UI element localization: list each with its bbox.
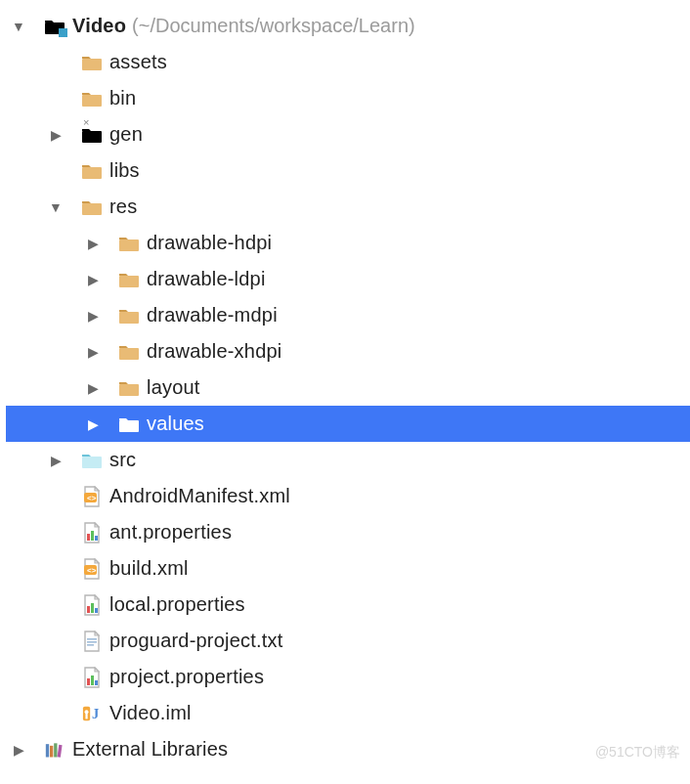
libraries-icon (43, 739, 66, 761)
folder-tan-badge-icon (43, 16, 66, 37)
tree-row[interactable]: ▶ drawable-xhdpi (6, 333, 690, 370)
folder-tan-icon (117, 341, 141, 363)
svg-rect-25 (87, 644, 94, 646)
tree-item-label: assets (109, 51, 167, 73)
folder-tan-icon (80, 160, 104, 182)
tree-row[interactable]: assets (6, 44, 690, 80)
disclosure-right-icon[interactable]: ▶ (84, 272, 102, 287)
tree-item-label: src (109, 449, 136, 471)
tree-item-label: drawable-mdpi (147, 304, 278, 327)
tree-row[interactable]: ▶ External Libraries (6, 731, 690, 767)
tree-row[interactable]: <> AndroidManifest.xml (6, 478, 690, 514)
svg-rect-10 (119, 384, 139, 396)
svg-text:J: J (92, 706, 99, 721)
tree-item-label: proguard-project.txt (109, 630, 282, 652)
svg-text:<>: <> (87, 565, 97, 574)
disclosure-right-icon[interactable]: ▶ (84, 308, 102, 324)
svg-rect-8 (119, 312, 139, 324)
tree-row[interactable]: bin (6, 80, 690, 116)
tree-row[interactable]: ▶ layout (6, 370, 690, 406)
file-props-icon (80, 522, 104, 544)
tree-item-label: bin (109, 87, 136, 109)
tree-row[interactable]: J Video.iml (6, 695, 690, 731)
tree-row[interactable]: proguard-project.txt (6, 623, 690, 659)
svg-rect-23 (87, 638, 97, 640)
tree-item-label: local.properties (109, 593, 245, 616)
tree-item-label: drawable-ldpi (147, 268, 266, 290)
svg-rect-3 (82, 131, 102, 143)
svg-rect-27 (91, 675, 94, 685)
folder-cyan-x-icon: × (80, 124, 104, 146)
svg-text:<>: <> (87, 493, 97, 501)
tree-row[interactable]: ▶ drawable-mdpi (6, 297, 690, 333)
tree-row[interactable]: project.properties (6, 659, 690, 695)
tree-row[interactable]: ▶ drawable-ldpi (6, 261, 690, 297)
svg-rect-1 (82, 59, 102, 70)
svg-rect-6 (119, 240, 139, 251)
project-tree: ▼ Video(~/Documents/workspace/Learn) ass… (6, 8, 690, 767)
svg-rect-28 (95, 680, 98, 685)
tree-item-label: values (147, 413, 204, 435)
svg-rect-15 (87, 534, 90, 541)
svg-rect-34 (50, 745, 53, 757)
tree-item-label: res (109, 196, 137, 218)
tree-row[interactable]: ▼ Video(~/Documents/workspace/Learn) (6, 8, 690, 44)
tree-item-label: Video (72, 15, 126, 37)
file-txt-icon (80, 631, 104, 652)
folder-tan-icon (80, 52, 104, 73)
tree-row[interactable]: ▶ src (6, 442, 690, 478)
svg-rect-9 (119, 348, 139, 360)
svg-rect-2 (82, 95, 102, 107)
svg-rect-20 (87, 606, 90, 613)
svg-rect-17 (95, 536, 98, 541)
disclosure-right-icon[interactable]: ▶ (84, 380, 102, 396)
tree-item-label: drawable-xhdpi (147, 340, 281, 363)
file-iml-icon: J (80, 703, 104, 724)
tree-item-label: build.xml (109, 557, 189, 580)
svg-rect-33 (46, 744, 49, 757)
tree-item-label: AndroidManifest.xml (109, 485, 290, 507)
disclosure-right-icon[interactable]: ▶ (84, 236, 102, 251)
folder-tan-icon (117, 269, 141, 290)
disclosure-down-icon[interactable]: ▼ (47, 199, 65, 215)
tree-item-label: libs (109, 159, 140, 182)
svg-rect-24 (87, 641, 97, 643)
svg-rect-22 (95, 608, 98, 613)
folder-tan-icon (117, 377, 141, 399)
tree-row[interactable]: <> build.xml (6, 550, 690, 587)
file-props-icon (80, 667, 104, 688)
svg-rect-31 (85, 713, 87, 719)
file-xml-icon: <> (80, 558, 104, 580)
svg-rect-36 (58, 744, 63, 757)
tree-row[interactable]: ▶ values (6, 406, 690, 442)
tree-item-label: drawable-hdpi (147, 232, 272, 254)
tree-row[interactable]: ant.properties (6, 514, 690, 550)
disclosure-right-icon[interactable]: ▶ (10, 742, 27, 758)
tree-row[interactable]: ▶ × gen (6, 116, 690, 152)
disclosure-right-icon[interactable]: ▶ (84, 416, 102, 432)
disclosure-right-icon[interactable]: ▶ (84, 344, 102, 360)
svg-rect-11 (119, 420, 139, 432)
svg-rect-4 (82, 167, 102, 179)
tree-row[interactable]: ▼ res (6, 189, 690, 225)
folder-white-icon (117, 414, 141, 435)
folder-cyan-icon (80, 450, 104, 471)
tree-row[interactable]: libs (6, 152, 690, 189)
tree-row[interactable]: local.properties (6, 587, 690, 623)
folder-tan-icon (80, 88, 104, 109)
svg-rect-21 (91, 603, 94, 613)
tree-item-label: gen (109, 123, 143, 146)
svg-rect-12 (82, 457, 102, 468)
tree-item-label: External Libraries (72, 738, 228, 761)
tree-item-label: project.properties (109, 666, 264, 688)
disclosure-right-icon[interactable]: ▶ (47, 453, 65, 468)
folder-tan-icon (80, 196, 104, 218)
svg-rect-5 (82, 203, 102, 215)
svg-rect-26 (87, 678, 90, 685)
disclosure-down-icon[interactable]: ▼ (10, 19, 27, 34)
tree-item-label: layout (147, 376, 200, 399)
svg-rect-16 (91, 531, 94, 541)
tree-row[interactable]: ▶ drawable-hdpi (6, 225, 690, 261)
disclosure-right-icon[interactable]: ▶ (47, 127, 65, 143)
folder-tan-icon (117, 305, 141, 327)
